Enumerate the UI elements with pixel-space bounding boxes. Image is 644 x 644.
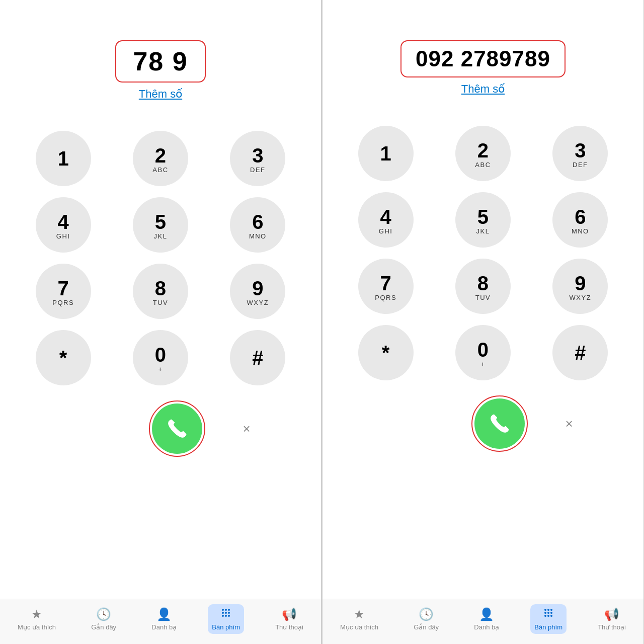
tab-label: Danh bạ: [474, 623, 499, 631]
dial-number: 5: [477, 206, 489, 228]
left-number-area: 78 9 Thêm số: [115, 40, 206, 101]
svg-point-5: [228, 612, 230, 614]
dial-btn-*[interactable]: *: [358, 325, 414, 380]
svg-point-13: [547, 612, 549, 614]
svg-point-7: [225, 615, 227, 617]
dial-number: 3: [252, 144, 263, 167]
svg-point-0: [222, 609, 224, 611]
dial-letters: DEF: [250, 167, 266, 173]
right-delete-button[interactable]: ×: [558, 413, 580, 435]
dial-btn-5[interactable]: 5JKL: [455, 192, 511, 248]
tab-bàn-phím[interactable]: Bàn phím: [208, 604, 244, 634]
dial-number: 9: [575, 272, 586, 294]
tab-gần-đây[interactable]: 🕓Gần đây: [87, 604, 120, 634]
svg-point-6: [222, 615, 224, 617]
tab-mục-ưa-thích[interactable]: ★Mục ưa thích: [336, 604, 382, 634]
dial-btn-7[interactable]: 7PQRS: [358, 259, 414, 314]
svg-point-16: [547, 615, 549, 617]
dial-btn-8[interactable]: 8TUV: [133, 264, 188, 319]
dial-btn-8[interactable]: 8TUV: [455, 259, 511, 314]
tab-label: Mục ưa thích: [340, 623, 378, 631]
tab-label: Mục ưa thích: [18, 623, 56, 631]
dial-btn-4[interactable]: 4GHI: [36, 197, 91, 253]
dial-number: 7: [58, 277, 69, 299]
dial-number: 3: [575, 139, 586, 162]
dial-letters: JKL: [476, 228, 490, 234]
left-number-display: 78 9: [133, 47, 188, 76]
dial-letters: GHI: [379, 228, 393, 234]
dial-btn-9[interactable]: 9WXYZ: [230, 264, 285, 319]
left-them-so-link[interactable]: Thêm số: [139, 88, 182, 101]
left-number-box: 78 9: [115, 40, 206, 83]
dial-letters: ABC: [152, 167, 168, 173]
dial-number: 8: [155, 277, 166, 299]
tab-icon: [220, 607, 231, 621]
tab-danh-bạ[interactable]: 👤Danh bạ: [470, 604, 503, 634]
dial-btn-6[interactable]: 6MNO: [552, 192, 608, 248]
tab-bàn-phím[interactable]: Bàn phím: [530, 604, 567, 634]
dial-btn-2[interactable]: 2ABC: [133, 131, 188, 186]
svg-point-10: [547, 609, 549, 611]
dial-number: *: [382, 342, 390, 364]
dial-btn-2[interactable]: 2ABC: [455, 126, 511, 181]
tab-label: Gần đây: [414, 623, 439, 631]
right-number-box: 092 2789789: [400, 40, 566, 77]
svg-point-17: [550, 615, 552, 617]
dial-btn-9[interactable]: 9WXYZ: [552, 259, 608, 314]
tab-thư-thoại[interactable]: 📢Thư thoại: [594, 604, 630, 634]
svg-point-9: [544, 609, 546, 611]
svg-point-11: [550, 609, 552, 611]
tab-icon: ★: [31, 607, 42, 621]
right-dialpad: 12ABC3DEF4GHI5JKL6MNO7PQRS8TUV9WXYZ*0+#: [323, 126, 643, 380]
tab-icon: 📢: [604, 607, 619, 621]
dial-letters: MNO: [572, 228, 589, 234]
dial-btn-#[interactable]: #: [230, 330, 285, 385]
tab-thư-thoại[interactable]: 📢Thư thoại: [271, 604, 307, 634]
tab-label: Gần đây: [91, 623, 116, 631]
dial-number: #: [252, 347, 263, 369]
dial-btn-7[interactable]: 7PQRS: [36, 264, 91, 319]
tab-icon: 📢: [282, 607, 297, 621]
dial-btn-4[interactable]: 4GHI: [358, 192, 414, 248]
dial-number: 6: [575, 206, 586, 228]
dial-number: 2: [155, 144, 166, 167]
dial-btn-3[interactable]: 3DEF: [230, 131, 285, 186]
dial-letters: PQRS: [52, 299, 74, 306]
left-action-row: ×: [0, 400, 321, 457]
tab-mục-ưa-thích[interactable]: ★Mục ưa thích: [14, 604, 60, 634]
dial-number: 4: [380, 206, 391, 228]
svg-point-14: [550, 612, 552, 614]
tab-label: Danh bạ: [151, 623, 177, 631]
svg-point-15: [544, 615, 546, 617]
tab-gần-đây[interactable]: 🕓Gần đây: [410, 604, 443, 634]
dial-btn-0[interactable]: 0+: [133, 330, 188, 385]
dial-btn-0[interactable]: 0+: [455, 325, 511, 380]
dial-btn-1[interactable]: 1: [36, 131, 91, 186]
dial-btn-6[interactable]: 6MNO: [230, 197, 285, 253]
dial-letters: JKL: [154, 233, 168, 239]
dial-letters: TUV: [475, 294, 491, 301]
left-tab-bar: ★Mục ưa thích🕓Gần đây👤Danh bạ Bàn phím📢T…: [0, 599, 321, 644]
left-phone-icon: [164, 416, 190, 442]
dial-letters: WXYZ: [247, 299, 269, 306]
left-call-button[interactable]: [152, 404, 202, 454]
tab-danh-bạ[interactable]: 👤Danh bạ: [147, 604, 181, 634]
dial-btn-1[interactable]: 1: [358, 126, 414, 181]
dial-number: 4: [58, 211, 69, 233]
dial-btn-#[interactable]: #: [552, 325, 608, 380]
dial-letters: PQRS: [375, 294, 396, 301]
dial-letters: TUV: [153, 299, 169, 306]
dial-btn-*[interactable]: *: [36, 330, 91, 385]
dial-btn-3[interactable]: 3DEF: [552, 126, 608, 181]
right-call-btn-wrapper: [471, 395, 528, 452]
dial-letters: MNO: [249, 233, 267, 239]
dial-btn-5[interactable]: 5JKL: [133, 197, 188, 253]
right-them-so-link[interactable]: Thêm số: [461, 83, 505, 96]
right-call-button[interactable]: [474, 398, 525, 449]
svg-point-12: [544, 612, 546, 614]
left-spacer: [63, 401, 119, 456]
svg-point-4: [225, 612, 227, 614]
dial-number: 6: [252, 211, 263, 233]
left-delete-button[interactable]: ×: [235, 418, 258, 440]
tab-icon: 🕓: [96, 607, 111, 621]
